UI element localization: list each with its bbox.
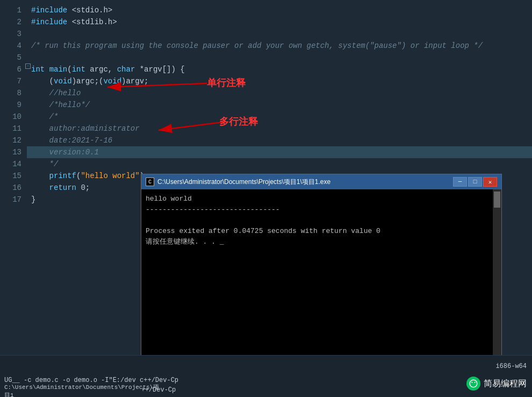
code-line-6: int main(int argc, char *argv[]) { — [27, 63, 532, 75]
code-line-7: (void)argc;(void)argv; — [27, 75, 532, 87]
console-line-5: 请按任意键继续. . . _ — [146, 237, 488, 247]
code-line-1: #include <stdio.h> — [27, 4, 532, 16]
code-line-2: #include <stdlib.h> — [27, 16, 532, 28]
console-line-4: Process exited after 0.04725 seconds wit… — [146, 226, 488, 237]
console-line-1: hello world — [146, 194, 488, 204]
code-line-13: version:0.1 — [27, 146, 532, 158]
watermark: 简易编程网 — [466, 377, 527, 391]
code-editor: 1 2 3 4 5 6 7 8 9 10 11 12 13 14 15 16 1… — [0, 0, 532, 397]
watermark-text: 简易编程网 — [484, 378, 527, 389]
console-scrollbar[interactable] — [493, 189, 501, 360]
line-numbers: 1 2 3 4 5 6 7 8 9 10 11 12 13 14 15 16 1… — [0, 0, 27, 355]
console-line-3 — [146, 215, 488, 226]
console-window-buttons: ─ □ ✕ — [453, 177, 497, 187]
code-line-14: */ — [27, 158, 532, 170]
console-body: hello world ----------------------------… — [141, 189, 501, 360]
multi-line-comment-label: 多行注释 — [219, 115, 258, 128]
console-output: hello world ----------------------------… — [141, 189, 493, 360]
code-line-10: /* — [27, 111, 532, 123]
code-line-4: /* run this program using the console pa… — [27, 40, 532, 52]
minimize-button[interactable]: ─ — [453, 177, 467, 187]
code-line-5 — [27, 52, 532, 63]
code-line-9: /*hello*/ — [27, 99, 532, 111]
wechat-icon — [466, 377, 480, 391]
code-line-11: author:administrator — [27, 123, 532, 134]
console-line-2: -------------------------------- — [146, 204, 488, 215]
maximize-button[interactable]: □ — [468, 177, 482, 187]
console-title: C:\Users\Administrator\Documents\Project… — [157, 178, 453, 187]
close-button[interactable]: ✕ — [483, 177, 497, 187]
code-line-12: date:2021-7-16 — [27, 134, 532, 146]
console-titlebar: C C:\Users\Administrator\Documents\Proje… — [141, 174, 501, 189]
console-window[interactable]: C C:\Users\Administrator\Documents\Proje… — [141, 174, 502, 361]
collapse-icon[interactable]: - — [25, 63, 31, 69]
scrollbar-thumb[interactable] — [494, 192, 500, 208]
bottom-right-status: i686-w64 — [495, 363, 527, 370]
path-bar: C:\Users\Administrator\Documents\Project… — [0, 385, 142, 397]
code-line-3 — [27, 28, 532, 40]
single-line-comment-label: 单行注释 — [207, 76, 246, 89]
console-app-icon: C — [146, 178, 154, 186]
code-line-8: //hello — [27, 87, 532, 99]
